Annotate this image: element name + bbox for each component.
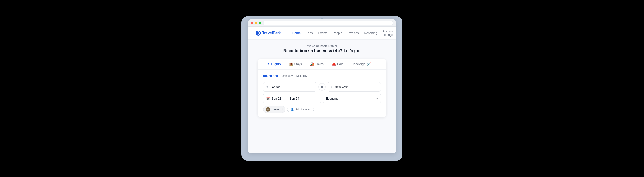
nav-reporting[interactable]: Reporting	[362, 30, 379, 36]
browser-window: TravelPerk Home Trips Events People Invo…	[248, 19, 396, 153]
tab-cars[interactable]: 🚗 Cars	[328, 59, 347, 70]
tab-flights[interactable]: ✈ Flights	[263, 59, 284, 70]
date-separator: →	[283, 97, 288, 100]
device-frame: TravelPerk Home Trips Events People Invo…	[242, 16, 402, 161]
remove-traveler-button[interactable]: ×	[281, 108, 283, 111]
nav-account-settings[interactable]: Account settings	[380, 28, 396, 38]
form-area: Round- trip One-way Multi-city ✈ London	[258, 70, 386, 118]
add-traveler-icon: 👤	[291, 108, 294, 111]
svg-point-0	[257, 32, 260, 34]
maximize-dot[interactable]	[258, 22, 261, 24]
trip-type-multi-city[interactable]: Multi-city	[296, 74, 307, 78]
origin-plane-icon: ✈	[266, 85, 269, 89]
tab-trains[interactable]: 🚂 Trains	[306, 59, 327, 70]
welcome-title: Need to book a business trip? Let's go!	[256, 48, 388, 53]
cars-icon: 🚗	[332, 62, 336, 66]
nav-people[interactable]: People	[330, 30, 344, 36]
tab-concierge[interactable]: Concierge 🛒	[348, 59, 374, 70]
url-bar[interactable]	[264, 21, 393, 25]
origin-destination-row: ✈ London ⇄ ✈ New York	[263, 82, 381, 92]
minimize-dot[interactable]	[255, 22, 257, 24]
trip-type-round[interactable]: Round- trip	[263, 74, 278, 78]
dates-field[interactable]: 📅 Sep 22 → Sep 24	[263, 94, 321, 103]
destination-plane-icon: ✈	[330, 85, 333, 89]
welcome-subtitle: Welcome back, Daniel	[256, 44, 388, 48]
origin-field[interactable]: ✈ London	[263, 82, 316, 92]
dates-class-row: 📅 Sep 22 → Sep 24 Economy ▾	[263, 94, 381, 103]
destination-field[interactable]: ✈ New York	[328, 82, 381, 92]
outer-background: TravelPerk Home Trips Events People Invo…	[0, 0, 644, 177]
swap-button[interactable]: ⇄	[318, 83, 326, 90]
trip-type-row: Round- trip One-way Multi-city	[263, 74, 381, 78]
trains-icon: 🚂	[310, 62, 314, 66]
nav-invoices[interactable]: Invoices	[346, 30, 361, 36]
class-value: Economy	[326, 97, 338, 100]
traveler-chip: D Daniel ×	[263, 106, 286, 113]
top-nav: TravelPerk Home Trips Events People Invo…	[248, 27, 396, 40]
swap-icon: ⇄	[320, 85, 324, 89]
nav-events[interactable]: Events	[316, 30, 330, 36]
concierge-cart-icon: 🛒	[366, 62, 370, 66]
search-card: ✈ Flights 🏨 Stays 🚂 Trains	[258, 59, 386, 118]
add-traveler-button[interactable]: 👤 Add traveler	[287, 107, 314, 112]
date-start: Sep 22	[272, 97, 281, 100]
class-field[interactable]: Economy ▾	[323, 94, 381, 103]
calendar-icon: 📅	[266, 97, 270, 100]
browser-bar	[248, 19, 396, 27]
close-dot[interactable]	[251, 22, 254, 24]
stays-icon: 🏨	[289, 62, 293, 66]
class-chevron-icon: ▾	[376, 97, 378, 100]
logo-text: TravelPerk	[262, 31, 281, 35]
logo-icon	[256, 30, 261, 36]
app-content: TravelPerk Home Trips Events People Invo…	[248, 27, 396, 153]
flights-icon: ✈	[267, 62, 270, 66]
trip-type-one-way[interactable]: One-way	[282, 74, 293, 78]
nav-home[interactable]: Home	[290, 30, 303, 36]
tab-stays[interactable]: 🏨 Stays	[286, 59, 306, 70]
nav-links: Home Trips Events People Invoices Report…	[290, 28, 396, 38]
travelers-row: D Daniel × 👤 Add traveler	[263, 106, 381, 113]
date-end: Sep 24	[290, 97, 299, 100]
logo[interactable]: TravelPerk	[256, 30, 281, 36]
main-content: Welcome back, Daniel Need to book a busi…	[248, 40, 396, 153]
destination-value: New York	[335, 85, 348, 89]
traveler-avatar: D	[266, 107, 270, 112]
welcome-section: Welcome back, Daniel Need to book a busi…	[256, 44, 388, 53]
traveler-name: Daniel	[272, 108, 280, 111]
travel-tabs: ✈ Flights 🏨 Stays 🚂 Trains	[258, 59, 386, 70]
origin-value: London	[270, 85, 280, 89]
nav-trips[interactable]: Trips	[304, 30, 315, 36]
add-traveler-label: Add traveler	[296, 108, 310, 111]
